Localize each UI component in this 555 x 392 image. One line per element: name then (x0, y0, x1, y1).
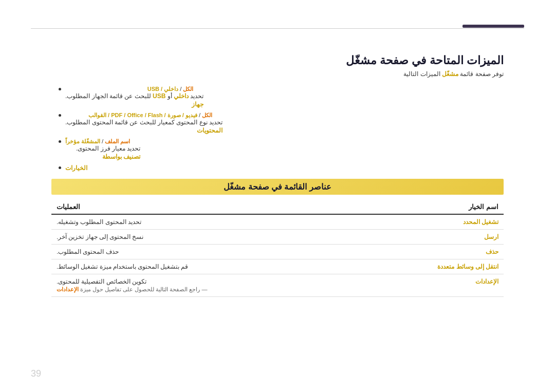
bullet-content-sub: الكل / فيديو / صورة / PDF / Office / Fla… (65, 112, 212, 119)
page-container: الميزات المتاحة في صفحة مشغّل توفر صفحة … (0, 0, 555, 392)
row-ops-send: نسخ المحتوى إلى جهاز تخزين آخر. (51, 230, 365, 245)
col-header-ops: العمليات (51, 200, 365, 214)
device-sub-all: الكل (183, 86, 193, 92)
options-table: اسم الخيار العمليات تشغيل المحدد تحديد ا… (51, 200, 504, 297)
sort-sub-name: اسم الملف (105, 138, 130, 144)
bullet-device-desc: تحديد داخلي أو USB للبحث عن قائمة الجهاز… (65, 92, 203, 100)
table-row: تشغيل المحدد تحديد المحتوى المطلوب وتشغي… (51, 214, 504, 230)
top-line (31, 28, 524, 29)
content-sub-all: الكل (202, 112, 212, 118)
subtitle-plain: توفر صفحة قائمة (458, 70, 504, 78)
sort-sub-extra: المشغّلة مؤخراً (65, 138, 100, 144)
bullet-options-text: الخيارات (65, 164, 87, 172)
bullet-options: الخيارات (51, 164, 504, 172)
table-row: انتقل إلى وسائط متعددة قم بتشغيل المحتوى… (51, 259, 504, 274)
table-row: ارسل نسخ المحتوى إلى جهاز تخزين آخر. (51, 230, 504, 245)
bullet-device-header: جهاز (65, 101, 203, 108)
settings-ops-text: تكوين الخصائص التفصيلية للمحتوى. (57, 278, 360, 285)
bullet-device-sub: الكل / داخلي / USB (65, 86, 193, 92)
content-sub-items: فيديو / صورة / PDF / Office / Flash / ال… (88, 112, 197, 118)
page-number: 39 (31, 368, 41, 379)
bullet-sort-sub: اسم الملف / المشغّلة مؤخراً (65, 138, 130, 145)
bullet-content: الكل / فيديو / صورة / PDF / Office / Fla… (51, 112, 504, 134)
row-name-send: ارسل (365, 230, 504, 245)
subtitle: توفر صفحة قائمة مشغّل الميزات التالية (51, 70, 504, 78)
row-name-settings: الإعدادات (365, 274, 504, 297)
bullet-sort-header: تصنيف بواسطة (65, 153, 140, 160)
row-ops-delete: حذف المحتوى المطلوب. (51, 245, 365, 259)
row-ops-navigate: قم بتشغيل المحتوى باستخدام ميزة تشغيل ال… (51, 259, 365, 274)
bullet-device: الكل / داخلي / USB تحديد داخلي أو USB لل… (51, 86, 504, 108)
row-name-navigate: انتقل إلى وسائط متعددة (365, 259, 504, 274)
col-header-name: اسم الخيار (365, 200, 504, 214)
bullet-options-header: الخيارات (65, 164, 87, 172)
row-name-play: تشغيل المحدد (365, 214, 504, 230)
table-row: حذف حذف المحتوى المطلوب. (51, 245, 504, 259)
bullet-dot-content (59, 114, 61, 117)
main-title: الميزات المتاحة في صفحة مشغّل (51, 54, 504, 67)
bullet-dot-options (59, 166, 61, 169)
bullet-dot-device (59, 88, 61, 90)
device-sub-inner: داخلي / USB (147, 86, 178, 92)
row-ops-settings: تكوين الخصائص التفصيلية للمحتوى. — راجع … (51, 274, 365, 297)
subtitle-bold: مشغّل (442, 70, 458, 78)
row-ops-play: تحديد المحتوى المطلوب وتشغيله. (51, 214, 365, 230)
bullet-content-text: الكل / فيديو / صورة / PDF / Office / Fla… (65, 112, 223, 134)
bullet-content-desc: تحديد نوع المحتوى كمعيار للبحث عن قائمة … (65, 119, 223, 126)
settings-note: — راجع الصفحة التالية للحصول على تفاصيل … (57, 286, 360, 293)
bullet-device-text: الكل / داخلي / USB تحديد داخلي أو USB لل… (65, 86, 203, 108)
bullet-sort-text: اسم الملف / المشغّلة مؤخراً تحديد معيار … (65, 138, 140, 160)
bullet-sort: اسم الملف / المشغّلة مؤخراً تحديد معيار … (51, 138, 504, 160)
bullet-content-header: المحتويات (65, 127, 223, 134)
content-area: الميزات المتاحة في صفحة مشغّل توفر صفحة … (31, 54, 524, 297)
row-name-delete: حذف (365, 245, 504, 259)
bullet-dot-sort (59, 140, 61, 143)
section-box: عناصر القائمة في صفحة مشغّل (51, 179, 504, 195)
subtitle-rest: الميزات التالية (403, 70, 442, 78)
bullet-sort-desc: تحديد معيار فرز المحتوى. (65, 145, 140, 152)
table-row: الإعدادات تكوين الخصائص التفصيلية للمحتو… (51, 274, 504, 297)
top-bar-accent (462, 25, 524, 28)
settings-link: الإعدادات (57, 286, 79, 292)
